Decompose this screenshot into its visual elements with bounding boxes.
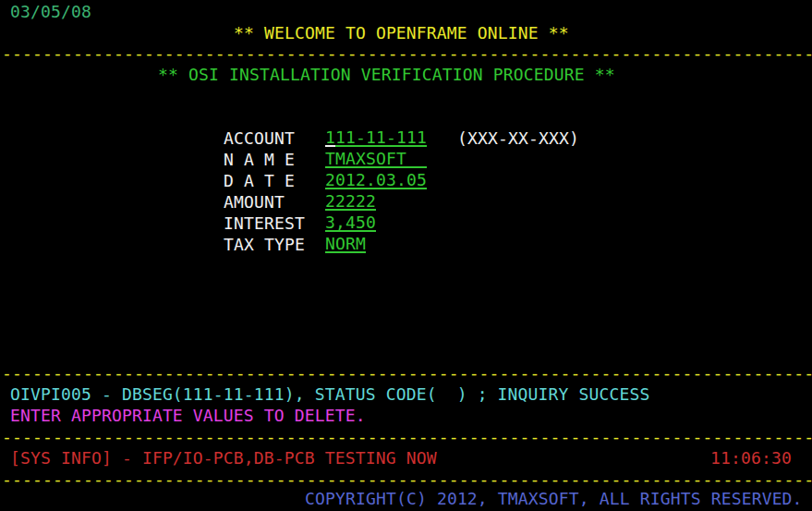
name-field[interactable]: TMAXSOFT [325,151,427,168]
screen-date: 03/05/08 [10,3,91,24]
interest-label: INTEREST [224,214,305,236]
account-format-hint: (XXX-XX-XXX) [457,129,579,151]
procedure-subtitle: ** OSI INSTALLATION VERIFICATION PROCEDU… [158,66,615,87]
clock-time: 11:06:30 [710,449,792,470]
name-label: N A M E [224,151,295,172]
account-field[interactable]: 111-11-111 [325,129,427,147]
amount-label: AMOUNT [224,193,285,214]
date-label: D A T E [224,172,295,193]
tax-type-field[interactable]: NORM [325,236,366,253]
amount-field[interactable]: 22222 [325,193,376,211]
separator-line-status-bottom: ----------------------------------------… [2,428,812,449]
interest-field[interactable]: 3,450 [325,214,376,232]
account-label: ACCOUNT [224,129,295,151]
separator-line-top: ----------------------------------------… [2,44,812,66]
prompt-message: ENTER APPROPRIATE VALUES TO DELETE. [10,407,366,428]
terminal-screen: 03/05/08 ** WELCOME TO OPENFRAME ONLINE … [0,0,812,511]
text-cursor [325,145,335,147]
separator-line-status-top: ----------------------------------------… [2,364,812,385]
copyright-notice: COPYRIGHT(C) 2012, TMAXSOFT, ALL RIGHTS … [305,490,803,511]
date-field[interactable]: 2012.03.05 [325,172,427,189]
welcome-title: ** WELCOME TO OPENFRAME ONLINE ** [234,24,569,45]
status-message: OIVPI005 - DBSEG(111-11-111), STATUS COD… [10,385,650,407]
tax-type-label: TAX TYPE [224,236,305,257]
sys-info-message: [SYS INFO] - IFP/IO-PCB,DB-PCB TESTING N… [10,449,437,470]
